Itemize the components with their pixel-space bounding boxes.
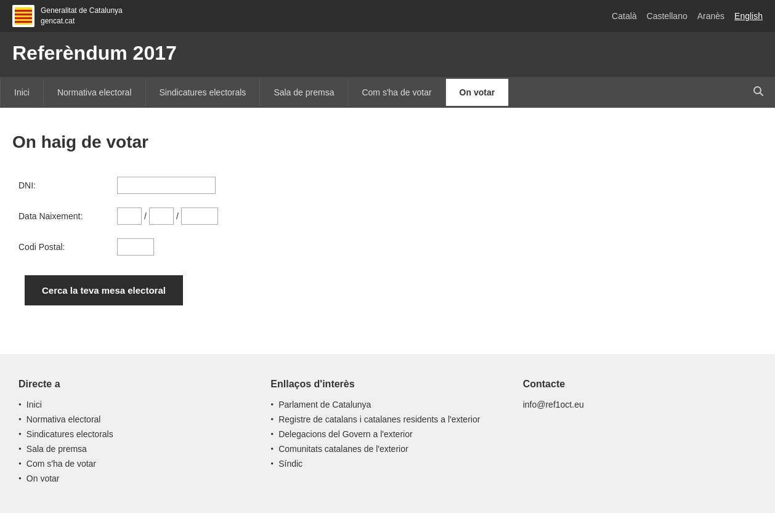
list-item: Com s'ha de votar [18,459,246,469]
dni-row: DNI: [18,177,763,194]
search-form: DNI: Data Naixement: / / Codi Postal: Ce… [12,177,763,305]
dni-label: DNI: [18,180,117,190]
footer-enlaces: Enllaços d'interès Parlament de Cataluny… [258,379,510,488]
lang-aranes[interactable]: Aranès [697,11,724,21]
footer-directe-heading: Directe a [18,379,246,390]
svg-rect-3 [15,10,32,12]
footer: Directe a Inici Normativa electoral Sind… [0,354,775,513]
footer-link-com-votar[interactable]: Com s'ha de votar [26,459,96,469]
footer-enlaces-list: Parlament de Catalunya Registre de catal… [270,400,498,469]
date-row: Data Naixement: / / [18,208,763,225]
footer-link-sindicatures[interactable]: Sindicatures electorals [26,429,113,439]
list-item: Inici [18,400,246,409]
search-button-submit[interactable]: Cerca la teva mesa electoral [25,275,183,305]
lang-castellano[interactable]: Castellano [647,11,688,21]
list-item: Parlament de Catalunya [270,400,498,409]
nav-normativa[interactable]: Normativa electoral [44,79,146,106]
svg-line-8 [760,93,763,96]
list-item: Sindicatures electorals [18,429,246,439]
search-button[interactable] [742,77,775,108]
date-mm-input[interactable] [149,208,174,225]
footer-link-delegacions[interactable]: Delegacions del Govern a l'exterior [278,429,412,439]
language-switcher: Català Castellano Aranès English [612,11,763,21]
footer-email: info@ref1oct.eu [523,400,750,409]
footer-link-registre[interactable]: Registre de catalans i catalanes residen… [278,414,480,424]
footer-link-normativa[interactable]: Normativa electoral [26,414,101,424]
nav-sindicatures[interactable]: Sindicatures electorals [146,79,261,106]
footer-link-sindic[interactable]: Síndic [278,459,302,469]
title-bar: Referèndum 2017 [0,32,775,77]
generalitat-logo [12,5,34,27]
date-dd-input[interactable] [117,208,142,225]
footer-directe: Directe a Inici Normativa electoral Sind… [12,379,258,488]
list-item: On votar [18,474,246,483]
svg-rect-5 [15,17,32,19]
footer-link-on-votar[interactable]: On votar [26,474,60,483]
footer-link-parlament[interactable]: Parlament de Catalunya [278,400,371,409]
nav-on-votar[interactable]: On votar [446,79,509,106]
footer-directe-list: Inici Normativa electoral Sindicatures e… [18,400,246,483]
logo-text: Generalitat de Catalunya gencat.cat [41,6,123,26]
list-item: Sala de premsa [18,444,246,454]
nav-com-votar[interactable]: Com s'ha de votar [348,79,445,106]
footer-link-inici[interactable]: Inici [26,400,42,409]
postal-label: Codi Postal: [18,242,117,252]
search-icon [753,86,764,97]
footer-contacte: Contacte info@ref1oct.eu [511,379,763,488]
footer-link-premsa[interactable]: Sala de premsa [26,444,87,454]
list-item: Normativa electoral [18,414,246,424]
lang-english[interactable]: English [734,11,763,21]
footer-link-comunitats[interactable]: Comunitats catalanes de l'exterior [278,444,408,454]
footer-contacte-heading: Contacte [523,379,750,390]
logo-area: Generalitat de Catalunya gencat.cat [12,5,123,27]
list-item: Comunitats catalanes de l'exterior [270,444,498,454]
date-yyyy-input[interactable] [181,208,218,225]
nav-premsa[interactable]: Sala de premsa [260,79,348,106]
nav-inici[interactable]: Inici [0,79,44,106]
svg-rect-4 [15,14,32,15]
date-label: Data Naixement: [18,211,117,221]
list-item: Delegacions del Govern a l'exterior [270,429,498,439]
postal-row: Codi Postal: [18,238,763,256]
postal-input[interactable] [117,238,154,256]
lang-catala[interactable]: Català [612,11,636,21]
date-sep-2: / [176,211,179,221]
dni-input[interactable] [117,177,216,194]
navigation: Inici Normativa electoral Sindicatures e… [0,77,775,108]
main-content: On haig de votar DNI: Data Naixement: / … [0,108,775,354]
site-title: Referèndum 2017 [12,42,763,65]
list-item: Registre de catalans i catalanes residen… [270,414,498,424]
list-item: Síndic [270,459,498,469]
top-bar: Generalitat de Catalunya gencat.cat Cata… [0,0,775,32]
footer-grid: Directe a Inici Normativa electoral Sind… [12,379,763,488]
svg-rect-6 [15,21,32,23]
date-sep-1: / [144,211,147,221]
page-title: On haig de votar [12,132,763,152]
footer-enlaces-heading: Enllaços d'interès [270,379,498,390]
